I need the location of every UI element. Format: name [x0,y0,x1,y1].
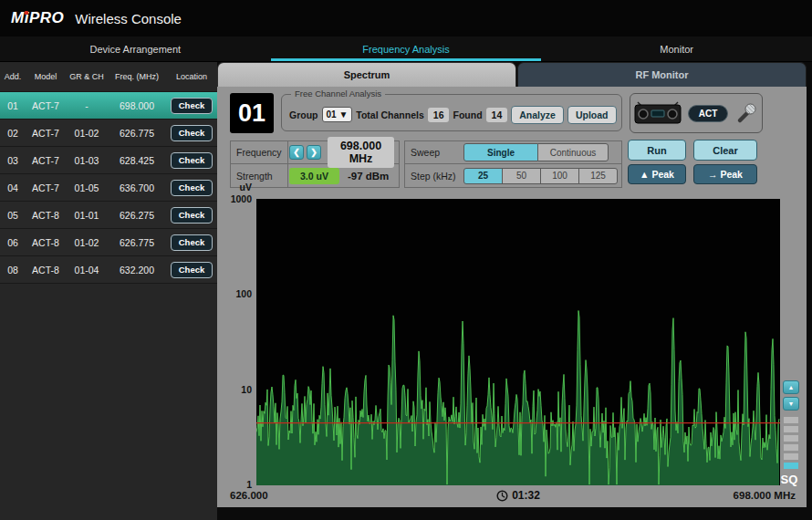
analysis-panel: Spectrum RF Monitor 01 Free Channel Anal… [217,62,812,520]
tab-monitor[interactable]: Monitor [541,36,812,61]
step-50-button[interactable]: 50 [502,168,541,184]
cell-model: ACT-8 [26,210,66,221]
col-location: Location [166,72,217,81]
table-row[interactable]: 01 ACT-7 - 698.000 Check [0,92,217,120]
squelch-down-button[interactable]: ▼ [783,397,799,411]
cell-freq: 628.425 [108,155,166,166]
cell-grch: 01-05 [66,182,108,193]
strength-dbm-value: -97 dBm [348,171,389,182]
tab-spectrum[interactable]: Spectrum [217,62,516,87]
spectrum-chart [256,199,780,485]
peak-forward-button[interactable]: → Peak [693,164,757,184]
step-25-button[interactable]: 25 [463,168,503,184]
microphone-icon [734,101,758,125]
group-legend: Free Channel Analysis [291,88,385,99]
y-tick-1000: 1000 [219,193,252,204]
sweep-label: Sweep [411,147,463,158]
step-125-button[interactable]: 125 [578,168,618,184]
act-sync-button[interactable]: ACT [688,105,729,122]
check-button[interactable]: Check [171,180,213,196]
cell-add: 06 [0,237,26,248]
cell-freq: 626.775 [108,128,166,139]
spectrum-plot [256,199,780,485]
col-grch: GR & CH [66,72,108,81]
cell-model: ACT-7 [26,128,66,139]
step-label: Step (kHz) [411,171,463,182]
logo-red-dot [25,11,28,15]
sweep-continuous-button[interactable]: Continuous [537,143,609,161]
tab-frequency-analysis[interactable]: Frequency Analysis [271,36,542,61]
upload-button[interactable]: Upload [567,106,617,124]
frequency-label: Frequency [236,147,289,158]
step-100-button[interactable]: 100 [540,168,579,184]
group-select[interactable]: 01 ▼ [322,107,353,122]
cell-grch: 01-01 [66,210,108,221]
device-table-header: Add. Model GR & CH Freq. (MHz) Location [0,62,217,92]
main-nav: Device Arrangement Frequency Analysis Mo… [0,36,812,62]
elapsed-time: 01:32 [256,489,780,502]
strength-label: Strength [236,171,289,182]
check-button[interactable]: Check [171,152,213,169]
free-channel-analysis-group: Free Channel Analysis Group 01 ▼ Total C… [281,94,622,131]
cell-freq: 636.700 [108,182,166,193]
cell-freq: 698.000 [108,100,166,111]
x-axis-end-label: 698.000 MHz [734,490,796,501]
device-link-box: ACT [630,93,763,133]
cell-model: ACT-7 [26,100,66,111]
check-button[interactable]: Check [171,125,213,141]
y-tick-10: 10 [219,384,252,395]
clear-button[interactable]: Clear [693,140,757,161]
sq-meter-segment [784,426,798,432]
sq-meter-segment [784,444,798,451]
found-value: 14 [486,108,508,122]
total-channels-value: 16 [428,108,450,122]
tab-device-arrangement[interactable]: Device Arrangement [0,36,271,61]
cell-add: 05 [0,210,26,221]
col-freq: Freq. (MHz) [108,72,166,81]
sq-meter-segment [784,453,798,460]
frequency-prev-button[interactable]: ❮ [289,145,304,160]
strength-uv-value: 3.0 uV [289,168,339,184]
frequency-strength-group: Frequency ❮ ❯ 698.000 MHz Strength 3.0 u… [230,140,400,188]
cell-model: ACT-7 [26,182,66,193]
check-button[interactable]: Check [171,98,213,114]
frequency-next-button[interactable]: ❯ [307,145,321,160]
run-button[interactable]: Run [628,140,686,161]
cell-model: ACT-7 [26,155,66,166]
check-button[interactable]: Check [171,207,213,224]
sq-meter-segment [784,417,798,423]
cell-add: 03 [0,155,26,166]
table-row[interactable]: 02 ACT-7 01-02 626.775 Check [0,120,217,147]
mipro-logo: MiPRO [11,9,64,27]
frequency-value: 698.000 MHz [328,137,394,168]
analyze-button[interactable]: Analyze [511,106,564,124]
table-row[interactable]: 03 ACT-7 01-03 628.425 Check [0,147,217,174]
y-tick-100: 100 [219,288,252,299]
col-model: Model [26,72,66,81]
elapsed-time-value: 01:32 [512,489,540,502]
sweep-single-button[interactable]: Single [463,143,538,161]
divider [287,141,288,187]
squelch-level-meter [784,417,798,469]
cell-add: 04 [0,182,26,193]
squelch-up-button[interactable]: ▲ [783,380,799,394]
receiver-icon [634,101,682,125]
table-row[interactable]: 08 ACT-8 01-04 632.200 Check [0,256,217,284]
cell-add: 02 [0,128,26,139]
peak-up-button[interactable]: ▲ Peak [628,164,686,184]
table-row[interactable]: 04 ACT-7 01-05 636.700 Check [0,174,217,202]
table-row[interactable]: 05 ACT-8 01-01 626.275 Check [0,202,217,229]
check-button[interactable]: Check [171,262,213,278]
cell-grch: 01-03 [66,155,108,166]
device-list-sidebar: Add. Model GR & CH Freq. (MHz) Location … [0,62,217,520]
total-channels-label: Total Channels [356,109,423,120]
table-row[interactable]: 06 ACT-8 01-02 626.775 Check [0,229,217,256]
tab-rf-monitor[interactable]: RF Monitor [517,62,807,87]
clock-icon [496,490,508,502]
cell-freq: 626.775 [108,237,166,248]
check-button[interactable]: Check [171,234,213,251]
sweep-step-group: Sweep Single Continuous Step (kHz) 25 50… [404,140,622,188]
cell-add: 01 [0,100,26,111]
y-tick-1: 1 [219,479,252,490]
spectrum-page: 01 Free Channel Analysis Group 01 ▼ Tota… [217,87,807,507]
